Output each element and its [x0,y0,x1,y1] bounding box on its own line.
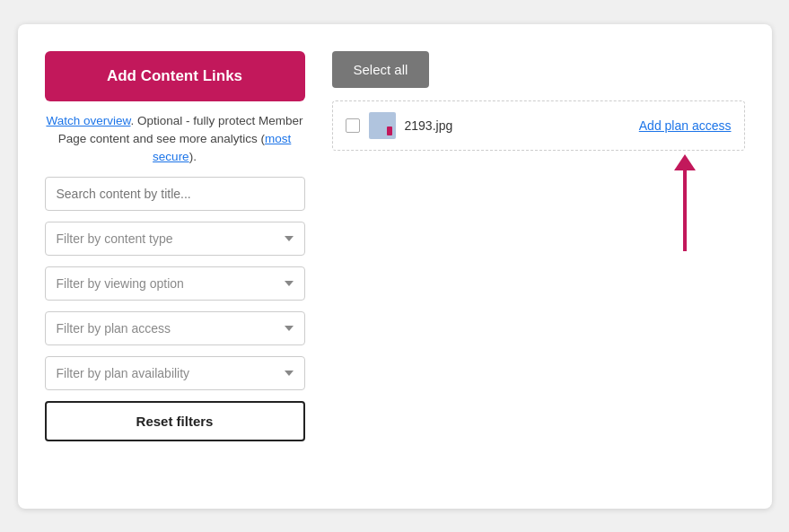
item-checkbox[interactable] [346,118,360,133]
left-panel: Add Content Links Watch overview. Option… [45,51,305,482]
description-part2: ). [189,150,197,163]
file-thumbnail [369,112,396,139]
filter-content-type[interactable]: Filter by content type [45,222,305,256]
select-all-button[interactable]: Select all [332,51,430,88]
search-input[interactable] [45,177,305,211]
watch-overview-link[interactable]: Watch overview [46,114,130,127]
arrow-line [683,170,687,251]
right-panel: Select all 2193.jpg Add plan access [332,51,745,482]
filter-plan-availability[interactable]: Filter by plan availability [45,356,305,390]
reset-filters-button[interactable]: Reset filters [45,401,305,441]
filter-plan-access[interactable]: Filter by plan access [45,311,305,345]
filter-viewing-option[interactable]: Filter by viewing option [45,266,305,301]
main-container: Add Content Links Watch overview. Option… [18,24,772,509]
content-item-left: 2193.jpg [346,112,453,139]
description-text: Watch overview. Optional - fully protect… [45,112,305,167]
content-list-item: 2193.jpg Add plan access [332,100,745,151]
add-plan-access-link[interactable]: Add plan access [639,118,732,133]
file-name: 2193.jpg [405,118,453,133]
arrow-up [674,154,696,251]
arrow-head [674,154,696,170]
arrow-annotation [332,154,696,251]
add-content-button[interactable]: Add Content Links [45,51,305,101]
